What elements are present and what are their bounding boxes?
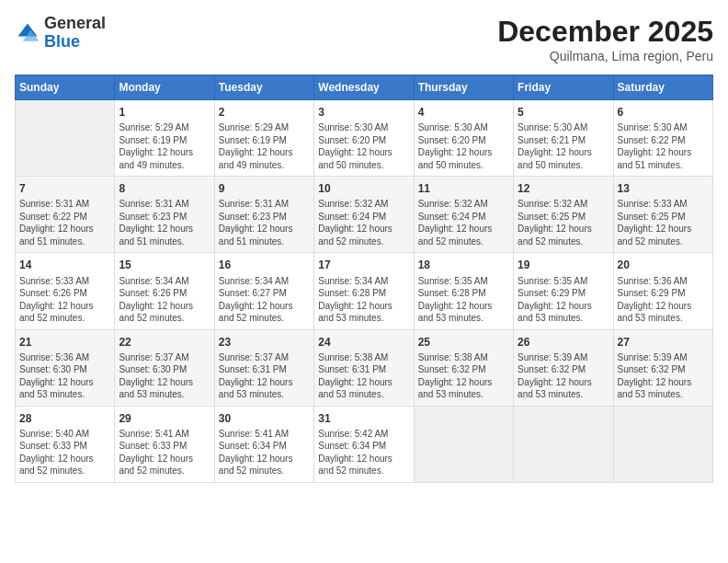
day-number: 16 bbox=[219, 258, 310, 272]
logo-icon bbox=[15, 20, 40, 46]
day-info: Sunrise: 5:30 AM Sunset: 6:20 PM Dayligh… bbox=[418, 121, 509, 171]
day-number: 6 bbox=[618, 105, 709, 120]
day-info: Sunrise: 5:38 AM Sunset: 6:32 PM Dayligh… bbox=[418, 351, 509, 401]
day-info: Sunrise: 5:41 AM Sunset: 6:33 PM Dayligh… bbox=[119, 428, 210, 477]
calendar-cell: 14Sunrise: 5:33 AM Sunset: 6:26 PM Dayli… bbox=[16, 253, 115, 329]
calendar-cell bbox=[613, 406, 712, 482]
calendar-cell: 30Sunrise: 5:41 AM Sunset: 6:34 PM Dayli… bbox=[214, 406, 313, 482]
day-number: 5 bbox=[518, 105, 609, 120]
calendar-cell: 10Sunrise: 5:32 AM Sunset: 6:24 PM Dayli… bbox=[314, 177, 414, 253]
calendar-cell bbox=[514, 406, 613, 482]
calendar-cell: 20Sunrise: 5:36 AM Sunset: 6:29 PM Dayli… bbox=[613, 253, 712, 329]
calendar-week-3: 14Sunrise: 5:33 AM Sunset: 6:26 PM Dayli… bbox=[16, 253, 713, 329]
day-number: 31 bbox=[318, 411, 409, 426]
page-header: General Blue December 2025 Quilmana, Lim… bbox=[15, 15, 713, 63]
day-info: Sunrise: 5:36 AM Sunset: 6:29 PM Dayligh… bbox=[618, 275, 709, 325]
day-number: 7 bbox=[19, 181, 110, 196]
day-number: 3 bbox=[318, 105, 409, 120]
header-cell-saturday: Saturday bbox=[613, 75, 712, 100]
calendar-cell: 13Sunrise: 5:33 AM Sunset: 6:25 PM Dayli… bbox=[613, 177, 712, 253]
day-number: 19 bbox=[518, 258, 609, 272]
day-info: Sunrise: 5:35 AM Sunset: 6:29 PM Dayligh… bbox=[518, 275, 609, 325]
day-info: Sunrise: 5:34 AM Sunset: 6:27 PM Dayligh… bbox=[219, 275, 310, 325]
day-info: Sunrise: 5:40 AM Sunset: 6:33 PM Dayligh… bbox=[19, 428, 110, 477]
day-number: 10 bbox=[318, 181, 409, 196]
calendar-cell: 6Sunrise: 5:30 AM Sunset: 6:22 PM Daylig… bbox=[613, 100, 712, 177]
calendar-cell: 15Sunrise: 5:34 AM Sunset: 6:26 PM Dayli… bbox=[115, 253, 214, 329]
day-number: 8 bbox=[119, 181, 210, 196]
calendar-cell: 23Sunrise: 5:37 AM Sunset: 6:31 PM Dayli… bbox=[214, 329, 313, 406]
day-info: Sunrise: 5:33 AM Sunset: 6:26 PM Dayligh… bbox=[19, 275, 110, 325]
calendar-cell: 29Sunrise: 5:41 AM Sunset: 6:33 PM Dayli… bbox=[115, 406, 214, 482]
day-number: 30 bbox=[219, 411, 310, 426]
calendar-week-5: 28Sunrise: 5:40 AM Sunset: 6:33 PM Dayli… bbox=[16, 406, 713, 482]
calendar-cell: 9Sunrise: 5:31 AM Sunset: 6:23 PM Daylig… bbox=[214, 177, 313, 253]
day-info: Sunrise: 5:37 AM Sunset: 6:31 PM Dayligh… bbox=[219, 351, 310, 401]
day-number: 18 bbox=[418, 258, 509, 272]
header-cell-thursday: Thursday bbox=[414, 75, 513, 100]
day-info: Sunrise: 5:42 AM Sunset: 6:34 PM Dayligh… bbox=[318, 428, 409, 477]
day-info: Sunrise: 5:38 AM Sunset: 6:31 PM Dayligh… bbox=[318, 351, 409, 401]
day-info: Sunrise: 5:34 AM Sunset: 6:26 PM Dayligh… bbox=[119, 275, 210, 325]
day-info: Sunrise: 5:34 AM Sunset: 6:28 PM Dayligh… bbox=[318, 275, 409, 325]
day-number: 22 bbox=[119, 335, 210, 350]
calendar-cell bbox=[414, 406, 513, 482]
calendar-cell: 17Sunrise: 5:34 AM Sunset: 6:28 PM Dayli… bbox=[314, 253, 414, 329]
calendar-cell: 1Sunrise: 5:29 AM Sunset: 6:19 PM Daylig… bbox=[115, 100, 214, 177]
day-info: Sunrise: 5:30 AM Sunset: 6:21 PM Dayligh… bbox=[518, 121, 609, 171]
day-number: 27 bbox=[618, 335, 709, 350]
day-number: 29 bbox=[119, 411, 210, 426]
day-info: Sunrise: 5:32 AM Sunset: 6:24 PM Dayligh… bbox=[318, 198, 409, 247]
header-cell-friday: Friday bbox=[514, 75, 613, 100]
logo-text: General Blue bbox=[44, 15, 106, 52]
header-cell-wednesday: Wednesday bbox=[314, 75, 414, 100]
day-number: 21 bbox=[19, 335, 110, 350]
day-info: Sunrise: 5:39 AM Sunset: 6:32 PM Dayligh… bbox=[618, 351, 709, 401]
calendar-week-4: 21Sunrise: 5:36 AM Sunset: 6:30 PM Dayli… bbox=[16, 329, 713, 406]
day-number: 28 bbox=[19, 411, 110, 426]
day-info: Sunrise: 5:30 AM Sunset: 6:22 PM Dayligh… bbox=[618, 121, 709, 171]
calendar-cell: 8Sunrise: 5:31 AM Sunset: 6:23 PM Daylig… bbox=[115, 177, 214, 253]
calendar-cell: 11Sunrise: 5:32 AM Sunset: 6:24 PM Dayli… bbox=[414, 177, 513, 253]
header-cell-monday: Monday bbox=[115, 75, 214, 100]
calendar-cell: 4Sunrise: 5:30 AM Sunset: 6:20 PM Daylig… bbox=[414, 100, 513, 177]
day-number: 20 bbox=[618, 258, 709, 272]
calendar-cell: 21Sunrise: 5:36 AM Sunset: 6:30 PM Dayli… bbox=[16, 329, 115, 406]
day-info: Sunrise: 5:31 AM Sunset: 6:22 PM Dayligh… bbox=[19, 198, 110, 247]
logo: General Blue bbox=[15, 15, 106, 52]
header-cell-tuesday: Tuesday bbox=[214, 75, 313, 100]
calendar-cell: 7Sunrise: 5:31 AM Sunset: 6:22 PM Daylig… bbox=[16, 177, 115, 253]
day-info: Sunrise: 5:35 AM Sunset: 6:28 PM Dayligh… bbox=[418, 275, 509, 325]
calendar-cell: 26Sunrise: 5:39 AM Sunset: 6:32 PM Dayli… bbox=[514, 329, 613, 406]
calendar-cell: 12Sunrise: 5:32 AM Sunset: 6:25 PM Dayli… bbox=[514, 177, 613, 253]
day-info: Sunrise: 5:33 AM Sunset: 6:25 PM Dayligh… bbox=[618, 198, 709, 247]
day-info: Sunrise: 5:36 AM Sunset: 6:30 PM Dayligh… bbox=[19, 351, 110, 401]
day-number: 24 bbox=[318, 335, 409, 350]
day-info: Sunrise: 5:37 AM Sunset: 6:30 PM Dayligh… bbox=[119, 351, 210, 401]
calendar-cell: 19Sunrise: 5:35 AM Sunset: 6:29 PM Dayli… bbox=[514, 253, 613, 329]
day-number: 15 bbox=[119, 258, 210, 272]
calendar-cell: 25Sunrise: 5:38 AM Sunset: 6:32 PM Dayli… bbox=[414, 329, 513, 406]
day-info: Sunrise: 5:31 AM Sunset: 6:23 PM Dayligh… bbox=[219, 198, 310, 247]
calendar-cell: 5Sunrise: 5:30 AM Sunset: 6:21 PM Daylig… bbox=[514, 100, 613, 177]
day-number: 2 bbox=[219, 105, 310, 120]
calendar-cell: 22Sunrise: 5:37 AM Sunset: 6:30 PM Dayli… bbox=[115, 329, 214, 406]
calendar-cell: 18Sunrise: 5:35 AM Sunset: 6:28 PM Dayli… bbox=[414, 253, 513, 329]
day-info: Sunrise: 5:32 AM Sunset: 6:25 PM Dayligh… bbox=[518, 198, 609, 247]
day-number: 9 bbox=[219, 181, 310, 196]
day-number: 26 bbox=[518, 335, 609, 350]
page-subtitle: Quilmana, Lima region, Peru bbox=[497, 49, 713, 63]
header-cell-sunday: Sunday bbox=[16, 75, 115, 100]
day-info: Sunrise: 5:31 AM Sunset: 6:23 PM Dayligh… bbox=[119, 198, 210, 247]
calendar-cell bbox=[16, 100, 115, 177]
calendar-cell: 28Sunrise: 5:40 AM Sunset: 6:33 PM Dayli… bbox=[16, 406, 115, 482]
day-info: Sunrise: 5:32 AM Sunset: 6:24 PM Dayligh… bbox=[418, 198, 509, 247]
calendar-cell: 24Sunrise: 5:38 AM Sunset: 6:31 PM Dayli… bbox=[314, 329, 414, 406]
calendar-cell: 3Sunrise: 5:30 AM Sunset: 6:20 PM Daylig… bbox=[314, 100, 414, 177]
day-number: 12 bbox=[518, 181, 609, 196]
calendar-week-2: 7Sunrise: 5:31 AM Sunset: 6:22 PM Daylig… bbox=[16, 177, 713, 253]
calendar-week-1: 1Sunrise: 5:29 AM Sunset: 6:19 PM Daylig… bbox=[16, 100, 713, 177]
day-info: Sunrise: 5:30 AM Sunset: 6:20 PM Dayligh… bbox=[318, 121, 409, 171]
day-info: Sunrise: 5:29 AM Sunset: 6:19 PM Dayligh… bbox=[219, 121, 310, 171]
day-number: 17 bbox=[318, 258, 409, 272]
